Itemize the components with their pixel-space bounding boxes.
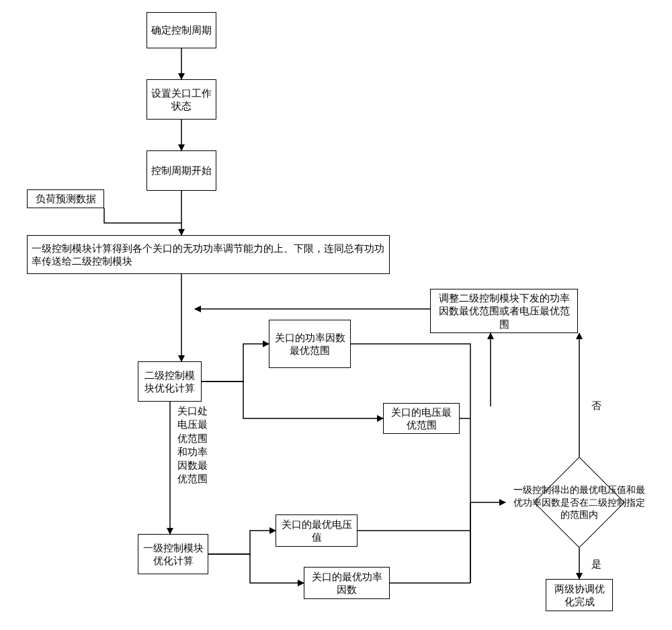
label-text: 是 [591, 558, 601, 570]
node-gateway-optimal-pf: 关口的最优功率因数 [304, 567, 390, 599]
node-gateway-optimal-voltage: 关口的最优电压值 [276, 514, 358, 547]
node-two-level-optimize-complete: 两级协调优化完成 [546, 579, 613, 611]
node-adjust-level2-ranges: 调整二级控制模块下发的功率因数最优范围或者电压最优范围 [430, 289, 578, 333]
node-text: 调整二级控制模块下发的功率因数最优范围或者电压最优范围 [435, 291, 573, 331]
node-level2-optimize: 二级控制模块优化计算 [138, 361, 202, 402]
node-text: 负荷预测数据 [36, 192, 96, 206]
node-load-forecast-data: 负荷预测数据 [27, 189, 104, 208]
node-text: 关口的最优电压值 [280, 518, 353, 544]
node-text: 关口的功率因数最优范围 [274, 331, 346, 357]
label-gateway-voltage-pf-optimal-range: 关口处电压最优范围和功率因数最优范围 [177, 404, 231, 486]
node-text: 设置关口工作状态 [151, 87, 212, 113]
label-text: 关口处电压最优范围和功率因数最优范围 [177, 404, 210, 486]
node-level1-calculate-limits: 一级控制模块计算得到各个关口的无功功率调节能力的上、下限，连同总有功功率传送给二… [27, 235, 390, 274]
label-no: 否 [591, 399, 601, 412]
node-text: 一级控制模块优化计算 [142, 541, 204, 568]
node-text: 控制周期开始 [151, 164, 212, 177]
node-text: 确定控制周期 [151, 24, 212, 37]
node-text: 二级控制模块优化计算 [142, 369, 197, 395]
label-text: 否 [591, 400, 601, 411]
node-control-cycle-start: 控制周期开始 [146, 150, 216, 191]
decision-within-range [534, 457, 625, 548]
node-gateway-voltage-optimal-range: 关口的电压最优范围 [383, 403, 460, 434]
node-gateway-pf-optimal-range: 关口的功率因数最优范围 [269, 320, 351, 368]
node-text: 一级控制模块计算得到各个关口的无功功率调节能力的上、下限，连同总有功功率传送给二… [32, 242, 385, 268]
node-determine-control-cycle: 确定控制周期 [146, 12, 216, 48]
node-text: 关口的最优功率因数 [308, 570, 385, 596]
node-text: 关口的电压最优范围 [388, 406, 455, 432]
label-yes: 是 [591, 557, 601, 571]
node-text: 两级协调优化完成 [550, 582, 608, 609]
node-level1-optimize: 一级控制模块优化计算 [138, 534, 208, 574]
node-set-gateway-state: 设置关口工作状态 [146, 79, 216, 120]
